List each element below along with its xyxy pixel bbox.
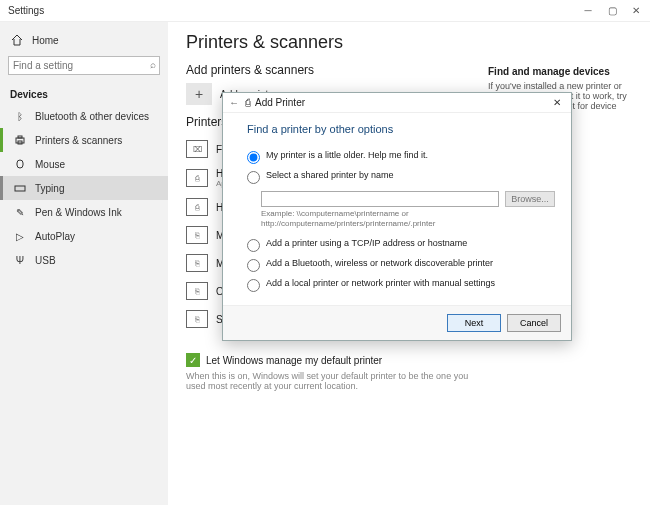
svg-rect-3: [17, 160, 23, 168]
sidebar-item-label: Printers & scanners: [35, 135, 122, 146]
printer-icon: [13, 133, 27, 147]
keyboard-icon: [13, 181, 27, 195]
sidebar-item-label: Bluetooth & other devices: [35, 111, 149, 122]
svg-rect-4: [15, 186, 25, 191]
home-icon: [10, 33, 24, 47]
usb-icon: Ψ: [13, 253, 27, 267]
dialog-heading: Find a printer by other options: [247, 123, 555, 135]
sidebar: Home ⌕ Devices ᛒ Bluetooth & other devic…: [0, 22, 168, 505]
sidebar-item-printers[interactable]: Printers & scanners: [0, 128, 168, 152]
shared-name-input[interactable]: [261, 191, 499, 207]
sidebar-item-autoplay[interactable]: ▷ AutoPlay: [0, 224, 168, 248]
back-icon[interactable]: ←: [229, 97, 239, 108]
printer-icon: ⎙: [186, 169, 208, 187]
dialog-printer-icon: ⎙: [245, 97, 251, 108]
option-older[interactable]: My printer is a little older. Help me fi…: [247, 147, 555, 167]
sidebar-item-label: Pen & Windows Ink: [35, 207, 122, 218]
browse-button[interactable]: Browse...: [505, 191, 555, 207]
option-label: Add a printer using a TCP/IP address or …: [266, 238, 467, 248]
printer-icon: ⌧: [186, 140, 208, 158]
pen-icon: ✎: [13, 205, 27, 219]
option-label: Select a shared printer by name: [266, 170, 394, 180]
cancel-button[interactable]: Cancel: [507, 314, 561, 332]
close-icon[interactable]: ✕: [630, 5, 642, 16]
option-label: My printer is a little older. Help me fi…: [266, 150, 428, 160]
sidebar-item-label: Typing: [35, 183, 64, 194]
plus-icon: +: [186, 83, 212, 105]
mouse-icon: [13, 157, 27, 171]
option-bluetooth[interactable]: Add a Bluetooth, wireless or network dis…: [247, 255, 555, 275]
sidebar-item-typing[interactable]: Typing: [0, 176, 168, 200]
add-printer-dialog: ← ⎙ Add Printer ✕ Find a printer by othe…: [222, 92, 572, 341]
sidebar-item-label: USB: [35, 255, 56, 266]
sidebar-item-label: Mouse: [35, 159, 65, 170]
default-check-desc: When this is on, Windows will set your d…: [186, 371, 486, 391]
next-button[interactable]: Next: [447, 314, 501, 332]
printer-icon: ⎘: [186, 282, 208, 300]
sidebar-item-mouse[interactable]: Mouse: [0, 152, 168, 176]
search-icon: ⌕: [150, 59, 156, 70]
option-local[interactable]: Add a local printer or network printer w…: [247, 275, 555, 295]
option-label: Add a local printer or network printer w…: [266, 278, 495, 288]
sidebar-item-bluetooth[interactable]: ᛒ Bluetooth & other devices: [0, 104, 168, 128]
minimize-icon[interactable]: ─: [582, 5, 594, 16]
svg-rect-1: [18, 136, 22, 138]
window-title: Settings: [8, 5, 44, 16]
option-tcpip[interactable]: Add a printer using a TCP/IP address or …: [247, 235, 555, 255]
sidebar-home[interactable]: Home: [0, 28, 168, 52]
page-title: Printers & scanners: [186, 32, 632, 53]
info-heading: Find and manage devices: [488, 66, 638, 77]
sidebar-item-label: AutoPlay: [35, 231, 75, 242]
option-label: Add a Bluetooth, wireless or network dis…: [266, 258, 493, 268]
sidebar-home-label: Home: [32, 35, 59, 46]
printer-icon: ⎘: [186, 226, 208, 244]
default-check-label: Let Windows manage my default printer: [206, 355, 382, 366]
autoplay-icon: ▷: [13, 229, 27, 243]
bluetooth-icon: ᛒ: [13, 109, 27, 123]
printer-icon: ⎘: [186, 310, 208, 328]
printer-icon: ⎘: [186, 254, 208, 272]
maximize-icon[interactable]: ▢: [606, 5, 618, 16]
dialog-title: Add Printer: [255, 97, 305, 108]
sidebar-item-pen[interactable]: ✎ Pen & Windows Ink: [0, 200, 168, 224]
option-shared[interactable]: Select a shared printer by name: [247, 167, 555, 187]
checkbox-default-printer[interactable]: ✓: [186, 353, 200, 367]
printer-icon: ⎙: [186, 198, 208, 216]
sidebar-section: Devices: [0, 83, 168, 104]
sidebar-item-usb[interactable]: Ψ USB: [0, 248, 168, 272]
dialog-close-icon[interactable]: ✕: [549, 97, 565, 108]
search-input[interactable]: [8, 56, 160, 75]
example-text: Example: \\computername\printername or h…: [261, 209, 555, 229]
